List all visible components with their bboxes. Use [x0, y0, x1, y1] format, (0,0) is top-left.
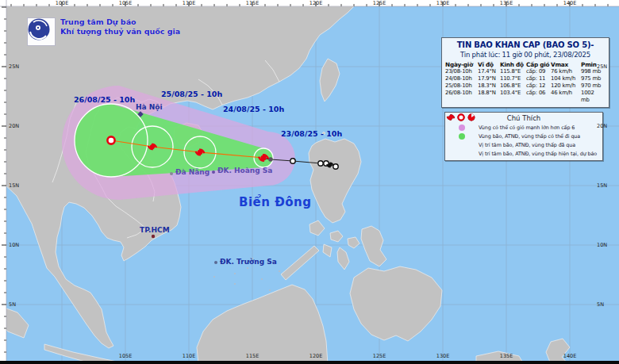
legend-label: Vùng có thể có gió mạnh lớn hơn cấp 6	[479, 125, 575, 131]
axis-label-bottom: 140E	[563, 353, 577, 359]
danang-marker	[170, 172, 173, 175]
agency-logo-block: Trung tâm Dự báo Khí tượng thuỷ văn quốc…	[27, 17, 180, 46]
table-header-cell: Kinh độ	[500, 61, 526, 68]
table-header-cell: Ngày-giờ	[445, 61, 478, 68]
violet-zone-swatch	[445, 125, 479, 131]
axis-label-left: 10N	[9, 242, 19, 248]
legend-row-forecast: Vị trí tâm bão, ATNĐ, vùng thấp hiện tại…	[445, 149, 602, 158]
table-cell: 115.8°E	[500, 68, 526, 75]
city-label: ĐK. Trường Sa	[220, 258, 277, 266]
table-cell: cấp: 09	[526, 68, 551, 75]
table-header-cell: Vmax	[551, 61, 581, 68]
table-cell: 18.3°N	[478, 82, 500, 90]
agency-name: Trung tâm Dự báo Khí tượng thuỷ văn quốc…	[60, 17, 180, 36]
track-date-label: 24/08/25 - 10h	[223, 105, 284, 113]
axis-label-top: 105E	[119, 0, 133, 6]
bulletin-title: TIN BAO KHAN CAP (BAO SO 5)-	[445, 40, 606, 49]
table-cell: cấp: 06	[526, 90, 551, 104]
legend-row-wind-zone: Vùng có thể có gió mạnh lớn hơn cấp 6	[445, 123, 602, 132]
bulletin-issued-time: Tin phát lúc: 11 giờ 00 phút, 23/08/2025	[445, 51, 606, 59]
green-zone-swatch	[445, 133, 479, 140]
table-cell: 975 mb	[581, 75, 602, 82]
table-cell: 18.8°N	[478, 90, 500, 104]
track-date-label: 23/08/25 - 10h	[281, 129, 342, 138]
axis-label-right: 5N	[597, 301, 604, 308]
table-cell: 1002 mb	[581, 90, 602, 104]
table-cell: 106.8°E	[500, 82, 526, 90]
table-cell: 76 km/h	[551, 68, 581, 75]
axis-label-bottom: 115E	[246, 353, 260, 359]
axis-label-right: 25N	[597, 63, 607, 70]
axis-label-left: 20N	[9, 123, 19, 129]
table-cell: 25/08-10h	[445, 82, 478, 90]
axis-label-bottom: 130E	[436, 353, 450, 359]
table-cell: cấp: 12	[526, 82, 551, 90]
axis-label-top: 120E	[310, 0, 323, 6]
table-cell: 970 mb	[581, 82, 602, 90]
axis-label-bottom: 135E	[500, 353, 513, 359]
axis-label-right: 20N	[597, 123, 607, 129]
table-cell: 110.7°E	[500, 75, 526, 82]
storm-bulletin-panel: TIN BAO KHAN CAP (BAO SO 5)- Tin phát lú…	[441, 37, 609, 108]
hoangsa-marker	[212, 171, 215, 174]
city-label: ĐK. Hoàng Sa	[217, 167, 272, 174]
table-cell: 104 km/h	[551, 75, 581, 82]
table-cell: 120 km/h	[551, 82, 581, 90]
axis-label-top: 100E	[56, 0, 69, 6]
table-header-cell: Vĩ độ	[478, 61, 500, 68]
table-cell: 46 km/h	[551, 90, 581, 104]
legend-label: Vùng bão, ATNĐ, vùng thấp có thể đi qua	[479, 133, 580, 140]
city-label: TP.HCM	[140, 226, 170, 234]
bottom-bar	[0, 361, 619, 364]
axis-label-left: 5N	[9, 301, 16, 308]
legend-label: Vị trí tâm bão, ATNĐ, vùng thấp hiện tại…	[479, 151, 597, 157]
axis-label-bottom: 105E	[119, 353, 133, 359]
sea-name-label: Biển Đông	[239, 195, 311, 209]
table-cell: 23/08-10h	[445, 68, 478, 75]
axis-label-top: 130E	[436, 0, 450, 6]
logo-globe-icon	[27, 17, 51, 41]
axis-label-top: 115E	[246, 0, 260, 6]
truongsa-marker	[214, 261, 217, 264]
table-cell: 17.9°N	[478, 75, 500, 82]
axis-label-left: 25N	[9, 63, 19, 70]
axis-label-top: 110E	[183, 0, 196, 6]
track-date-label: 25/08/25 - 10h	[161, 90, 222, 98]
axis-label-top: 135E	[500, 0, 513, 6]
weather-map-screen: Trung tâm Dự báo Khí tượng thuỷ văn quốc…	[0, 0, 619, 364]
forecast-table: Ngày-giờVĩ độKinh độCấp gióVmaxPmin23/08…	[445, 61, 606, 104]
table-cell: 103.4°E	[500, 90, 526, 104]
table-header-cell: Cấp gió	[526, 61, 551, 68]
legend-row-storm-zone: Vùng bão, ATNĐ, vùng thấp có thể đi qua	[445, 132, 602, 140]
axis-label-right: 15N	[597, 182, 607, 189]
agency-name-line1: Trung tâm Dự báo	[60, 17, 180, 27]
axis-label-bottom: 120E	[310, 353, 323, 359]
table-cell: 17.4°N	[478, 68, 500, 75]
table-cell: 26/08-10h	[445, 90, 478, 104]
table-cell: cấp: 11	[526, 75, 551, 82]
axis-label-top: 125E	[373, 0, 386, 6]
agency-name-line2: Khí tượng thuỷ văn quốc gia	[60, 27, 180, 36]
legend-row-past: Vị trí tâm bão, ATNĐ, vùng thấp đã qua	[445, 140, 602, 149]
low-pressure-icon	[107, 136, 114, 144]
axis-label-bottom: 125E	[373, 353, 386, 359]
agency-logo	[27, 17, 56, 46]
city-label: Hà Nội	[136, 103, 163, 111]
axis-label-top: 140E	[563, 0, 577, 6]
axis-label-bottom: 110E	[183, 353, 196, 359]
axis-label-right: 10N	[597, 242, 607, 248]
legend-panel: Chú Thích Vùng có thể có gió mạnh lớn hơ…	[444, 112, 603, 161]
city-label: Đà Nẵng	[175, 168, 210, 176]
table-cell: 24/08-10h	[445, 75, 478, 82]
track-date-label: 26/08/25 - 10h	[74, 95, 135, 104]
axis-label-left: 15N	[9, 182, 19, 189]
legend-label: Vị trí tâm bão, ATNĐ, vùng thấp đã qua	[479, 142, 575, 148]
hcm-marker	[152, 235, 155, 238]
